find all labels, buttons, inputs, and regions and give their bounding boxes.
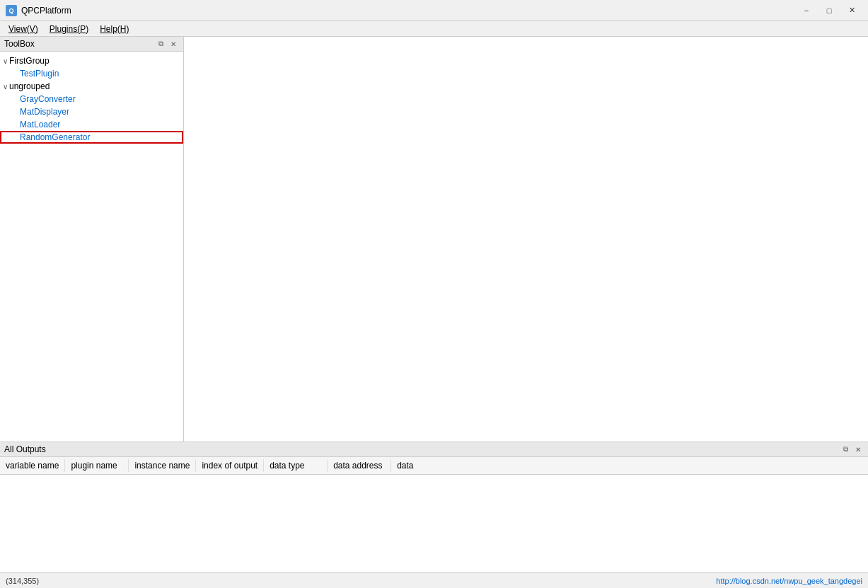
toolbox-content: ∨ FirstGroup TestPlugin ∨ ungrouped Gray… (0, 52, 183, 442)
main-area: ToolBox ⧉ ✕ ∨ FirstGroup TestPlugin (0, 37, 868, 572)
tree-group-firstgroup-label: FirstGroup (9, 56, 50, 66)
outputs-table: variable name plugin name instance name … (0, 457, 868, 475)
tree-item-matdisplayer[interactable]: MatDisplayer (0, 105, 183, 118)
outputs-close-button[interactable]: ✕ (852, 444, 864, 454)
menu-plugins[interactable]: Plugins(P) (44, 23, 94, 35)
col-plugin-name: plugin name (65, 459, 129, 472)
col-index-output: index of output (196, 459, 264, 472)
outputs-header: variable name plugin name instance name … (0, 457, 868, 475)
content-area: ToolBox ⧉ ✕ ∨ FirstGroup TestPlugin (0, 37, 868, 442)
tree-group-ungrouped-label: ungrouped (9, 81, 50, 91)
toolbox-float-button[interactable]: ⧉ (155, 39, 166, 49)
bottom-panel: All Outputs ⧉ ✕ variable name plugin nam… (0, 442, 868, 572)
chevron-down-icon: ∨ (3, 57, 8, 65)
window-controls: − □ ✕ (796, 4, 862, 18)
tree-item-matloader[interactable]: MatLoader (0, 118, 183, 131)
status-url: http://blog.csdn.net/nwpu_geek_tangdegei (716, 577, 862, 585)
app-icon: Q (6, 5, 17, 16)
tree-group-firstgroup: ∨ FirstGroup TestPlugin (0, 54, 183, 80)
app-title: QPCPlatform (21, 6, 71, 16)
tree-group-ungrouped-header[interactable]: ∨ ungrouped (0, 80, 183, 93)
close-button[interactable]: ✕ (841, 4, 862, 18)
toolbox-close-button[interactable]: ✕ (168, 39, 179, 49)
menu-help[interactable]: Help(H) (94, 23, 134, 35)
tree-group-firstgroup-header[interactable]: ∨ FirstGroup (0, 54, 183, 67)
title-bar: Q QPCPlatform − □ ✕ (0, 0, 868, 21)
col-data-address: data address (328, 459, 391, 472)
bottom-panel-title: All Outputs (4, 444, 46, 454)
toolbox-header-controls: ⧉ ✕ (155, 39, 179, 49)
toolbox-title: ToolBox (4, 39, 35, 49)
menu-bar: View(V) Plugins(P) Help(H) (0, 21, 868, 37)
col-variable-name: variable name (0, 459, 65, 472)
col-data-type: data type (264, 459, 328, 472)
bottom-panel-header: All Outputs ⧉ ✕ (0, 442, 868, 457)
toolbox-header: ToolBox ⧉ ✕ (0, 37, 183, 52)
bottom-panel-controls: ⧉ ✕ (840, 444, 864, 454)
maximize-button[interactable]: □ (818, 4, 840, 18)
tree-item-grayconverter[interactable]: GrayConverter (0, 93, 183, 105)
canvas-area (184, 37, 868, 442)
status-coordinates: (314,355) (6, 577, 39, 585)
minimize-button[interactable]: − (796, 4, 817, 18)
status-bar: (314,355) http://blog.csdn.net/nwpu_geek… (0, 572, 868, 588)
tree-item-randomgenerator[interactable]: RandomGenerator (0, 131, 183, 144)
tree-group-ungrouped: ∨ ungrouped GrayConverter MatDisplayer M… (0, 80, 183, 144)
toolbox-panel: ToolBox ⧉ ✕ ∨ FirstGroup TestPlugin (0, 37, 184, 442)
outputs-float-button[interactable]: ⧉ (840, 444, 851, 454)
title-bar-left: Q QPCPlatform (6, 5, 71, 16)
col-data: data (391, 459, 455, 472)
menu-view[interactable]: View(V) (3, 23, 44, 35)
col-instance-name: instance name (129, 459, 196, 472)
chevron-down-icon-2: ∨ (3, 83, 8, 91)
tree-item-testplugin[interactable]: TestPlugin (0, 67, 183, 80)
